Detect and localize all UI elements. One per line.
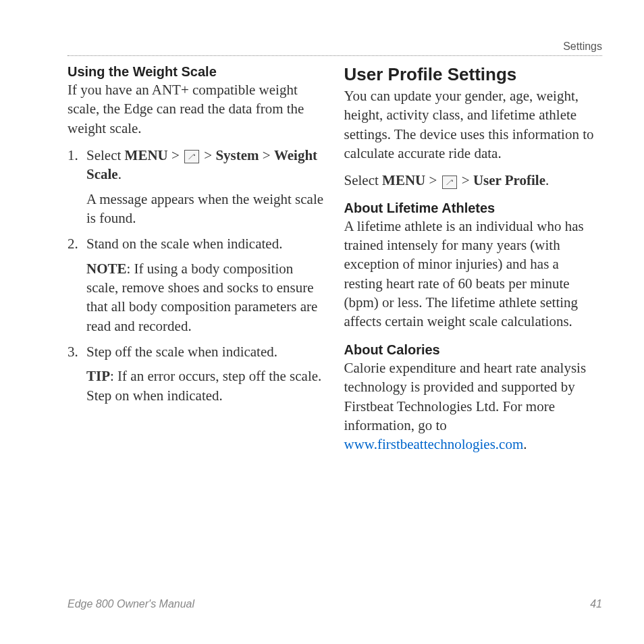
separator: > — [200, 147, 215, 163]
step-1-note: A message appears when the weight scale … — [86, 190, 324, 228]
step-3: Step off the scale when indicated. TIP: … — [68, 342, 324, 405]
steps-list: Select MENU > > System > Weight Scale. A… — [68, 146, 324, 405]
note-label: NOTE — [86, 261, 127, 277]
wrench-icon — [184, 150, 199, 163]
left-column: Using the Weight Scale If you have an AN… — [41, 64, 324, 462]
manual-title: Edge 800 Owner's Manual — [68, 598, 194, 610]
calories-text: Calorie expenditure and heart rate analy… — [344, 358, 601, 454]
separator: > — [168, 147, 183, 163]
text: Select — [86, 147, 125, 163]
separator: > — [458, 172, 473, 188]
menu-label: MENU — [382, 172, 425, 188]
page-number: 41 — [590, 598, 602, 610]
separator: > — [425, 172, 440, 188]
tip-label: TIP — [86, 368, 110, 384]
step-2-text: Stand on the scale when indicated. — [86, 236, 282, 252]
calories-block: About Calories Calorie expenditure and h… — [344, 342, 601, 454]
right-column: User Profile Settings You can update you… — [344, 64, 604, 462]
text: . — [545, 172, 549, 188]
step-1-text: Select MENU > > System > Weight Scale. — [86, 147, 317, 182]
firstbeat-link[interactable]: www.firstbeattechnologies.com — [344, 436, 524, 452]
step-3-tip: TIP: If an error occurs, step off the sc… — [86, 367, 324, 405]
user-profile-label: User Profile — [473, 172, 545, 188]
tip-text: : If an error occurs, step off the scale… — [86, 368, 321, 403]
intro-text: If you have an ANT+ compatible weight sc… — [68, 80, 324, 138]
text: . — [118, 166, 122, 182]
wrench-icon — [442, 176, 457, 189]
subsection-title-weight-scale: Using the Weight Scale — [68, 64, 324, 80]
step-3-text: Step off the scale when indicated. — [86, 344, 277, 360]
step-2: Stand on the scale when indicated. NOTE:… — [68, 234, 324, 336]
system-label: System — [215, 147, 259, 163]
user-profile-intro: You can update your gender, age, weight,… — [344, 86, 601, 163]
page-content: Using the Weight Scale If you have an AN… — [41, 64, 603, 462]
menu-label: MENU — [125, 147, 168, 163]
subsection-title-lifetime: About Lifetime Athletes — [344, 200, 601, 216]
step-1: Select MENU > > System > Weight Scale. A… — [68, 146, 324, 227]
section-title-user-profile: User Profile Settings — [344, 64, 601, 85]
subsection-title-calories: About Calories — [344, 342, 601, 358]
lifetime-text: A lifetime athlete is an individual who … — [344, 217, 601, 331]
page-footer: Edge 800 Owner's Manual 41 — [68, 598, 602, 610]
step-2-note: NOTE: If using a body composition scale,… — [86, 259, 324, 336]
lifetime-athletes-block: About Lifetime Athletes A lifetime athle… — [344, 200, 601, 331]
text: Select — [344, 172, 383, 188]
text: . — [523, 436, 527, 452]
page-header-section: Settings — [563, 41, 602, 53]
header-divider — [68, 55, 602, 56]
text: Calorie expenditure and heart rate analy… — [344, 360, 587, 433]
nav-path: Select MENU > > User Profile. — [344, 171, 601, 190]
separator: > — [259, 147, 274, 163]
